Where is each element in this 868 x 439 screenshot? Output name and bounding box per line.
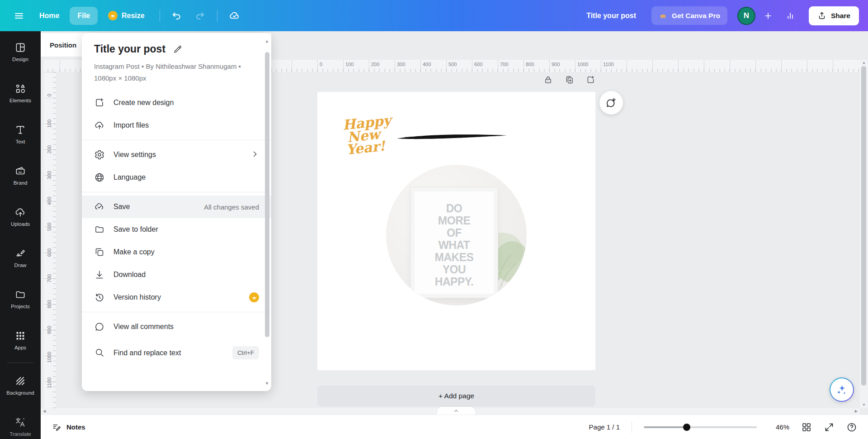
file-button[interactable]: File (70, 7, 98, 25)
add-page-button[interactable]: + Add page (317, 386, 595, 406)
add-member-button[interactable] (758, 6, 778, 26)
sidebar-item-label: Translate (9, 431, 31, 437)
sidebar-item-elements[interactable]: Elements (0, 72, 41, 114)
sidebar-item-design[interactable]: Design (0, 31, 41, 72)
scroll-up-icon[interactable]: ▲ (862, 61, 866, 65)
sidebar-item-label: Background (6, 390, 34, 396)
menu-scroll-down-icon[interactable]: ▼ (265, 382, 269, 386)
menu-item-view-all-comments[interactable]: View all comments (94, 315, 259, 338)
menu-item-save[interactable]: SaveAll changes saved (82, 196, 271, 218)
scroll-right-icon[interactable]: ▶ (855, 410, 858, 413)
insights-button[interactable] (781, 6, 801, 26)
sidebar-item-uploads[interactable]: Uploads (0, 196, 41, 237)
translate-icon (14, 416, 26, 428)
file-menu-items: Create new designImport filesView settin… (94, 91, 259, 367)
menu-item-view-settings[interactable]: View settings (94, 143, 259, 166)
poster-line: MORE (417, 215, 491, 227)
lock-icon[interactable] (543, 75, 553, 85)
menu-item-label: Import files (113, 121, 149, 129)
save-status-button[interactable] (225, 6, 245, 26)
sidebar-item-label: Design (12, 57, 28, 62)
sidebar-item-projects[interactable]: Projects (0, 278, 41, 320)
help-button[interactable] (846, 422, 857, 433)
fullscreen-button[interactable] (824, 422, 835, 433)
topbar-separator (160, 10, 160, 22)
share-button[interactable]: Share (809, 6, 859, 25)
menu-item-language[interactable]: Language (94, 166, 259, 189)
vertical-scrollbar-thumb[interactable] (861, 66, 866, 386)
add-page-icon[interactable] (586, 75, 595, 85)
help-icon (846, 422, 857, 433)
menu-item-create-new-design[interactable]: Create new design (94, 91, 259, 114)
undo-icon (171, 10, 183, 21)
notes-button[interactable]: Notes (52, 422, 85, 432)
undo-button[interactable] (167, 6, 187, 26)
avatar[interactable]: N (737, 7, 755, 25)
v-ruler-label: 800 (47, 300, 52, 308)
create-new-icon (94, 97, 105, 108)
scroll-left-icon[interactable]: ◀ (43, 410, 46, 413)
grid-view-button[interactable] (801, 422, 812, 433)
sidebar-item-apps[interactable]: Apps (0, 320, 41, 361)
v-ruler-label: 600 (47, 248, 52, 257)
zoom-slider-thumb[interactable] (683, 424, 690, 431)
redo-button[interactable] (190, 6, 210, 26)
shortcut-badge: Ctrl+F (232, 346, 259, 359)
design-icon (14, 42, 26, 53)
zoom-slider-track[interactable] (644, 426, 757, 428)
edit-title-button[interactable] (173, 44, 183, 54)
quote-photo-circle[interactable]: DOMOREOFWHATMAKESYOUHAPPY. (386, 165, 527, 305)
elements-icon (14, 83, 26, 95)
sidebar-item-translate[interactable]: Translate (0, 406, 41, 439)
add-comment-button[interactable] (599, 91, 623, 115)
get-canva-pro-button[interactable]: Get Canva Pro (651, 6, 727, 25)
sidebar: DesignElementsTextco.BrandUploadsDrawPro… (0, 31, 41, 439)
home-button[interactable]: Home (32, 7, 67, 25)
vertical-scrollbar[interactable]: ▲ ▼ (860, 60, 868, 408)
h-ruler-label: 700 (500, 62, 508, 67)
crown-icon (659, 11, 667, 20)
happy-new-year-art[interactable]: HappyNewYear! (342, 114, 396, 166)
menu-item-import-files[interactable]: Import files (94, 114, 259, 137)
sidebar-item-draw[interactable]: Draw (0, 237, 41, 278)
menu-item-label: Find and replace text (113, 348, 181, 358)
menu-item-make-a-copy[interactable]: Make a copy (94, 241, 259, 263)
h-ruler-label: 200 (371, 62, 379, 67)
position-button[interactable]: Position (50, 33, 76, 57)
h-ruler-label: 800 (526, 62, 534, 67)
menu-item-save-to-folder[interactable]: Save to folder (94, 218, 259, 241)
v-ruler-label: 0 (47, 94, 52, 96)
menu-separator (82, 140, 271, 140)
page-indicator[interactable]: Page 1 / 1 (589, 423, 620, 431)
menu-separator (82, 312, 271, 312)
bar-chart-icon (785, 10, 796, 21)
sidebar-item-label: Text (15, 139, 25, 144)
zoom-slider[interactable] (644, 424, 757, 431)
poster-line: WHAT (417, 239, 491, 251)
zoom-level[interactable]: 46% (769, 423, 789, 431)
menu-item-label: Create new design (113, 99, 174, 107)
menu-item-find-and-replace-text[interactable]: Find and replace textCtrl+F (94, 338, 259, 367)
menu-item-download[interactable]: Download (94, 263, 259, 286)
resize-button[interactable]: Resize (100, 6, 152, 25)
magic-assistant-button[interactable] (830, 377, 854, 402)
duplicate-page-icon[interactable] (565, 75, 574, 85)
h-ruler-label: 600 (474, 62, 482, 67)
sidebar-item-label: Elements (9, 98, 31, 103)
menu-scrollbar-thumb[interactable] (265, 52, 269, 337)
collapse-panel-button[interactable] (437, 407, 475, 415)
workspace: Position 0100200300400500600700800900100… (41, 31, 868, 415)
menu-scroll-up-icon[interactable]: ▲ (265, 39, 269, 43)
document-title[interactable]: Title your post (586, 12, 636, 20)
menu-item-label: Save (113, 203, 130, 211)
menu-item-version-history[interactable]: Version history (94, 286, 259, 309)
sidebar-item-text[interactable]: Text (0, 114, 41, 155)
scroll-down-icon[interactable]: ▼ (862, 403, 866, 407)
sidebar-item-brand[interactable]: co.Brand (0, 155, 41, 196)
brush-stroke-art[interactable] (396, 132, 509, 142)
pencil-icon (173, 44, 183, 54)
design-page[interactable]: HappyNewYear! DOMOREOFWHATMAKESYOUHAP (317, 92, 595, 370)
sidebar-item-background[interactable]: Background (0, 365, 41, 406)
main-menu-button[interactable] (9, 6, 29, 26)
h-ruler-label: 500 (448, 62, 457, 67)
